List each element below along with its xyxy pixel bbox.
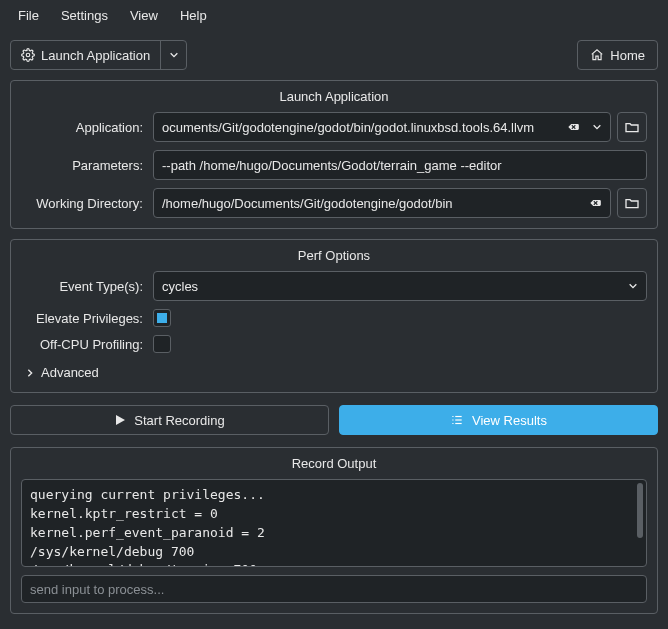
view-results-label: View Results — [472, 413, 547, 428]
elevate-checkbox[interactable] — [153, 309, 171, 327]
view-results-button[interactable]: View Results — [339, 405, 658, 435]
application-label: Application: — [21, 120, 145, 135]
parameters-row: Parameters: --path /home/hugo/Documents/… — [21, 150, 647, 180]
event-type-label: Event Type(s): — [21, 279, 145, 294]
chevron-down-icon — [628, 281, 638, 291]
browse-workdir-button[interactable] — [617, 188, 647, 218]
browse-application-button[interactable] — [617, 112, 647, 142]
clear-icon[interactable] — [566, 120, 580, 134]
output-content: querying current privileges... kernel.kp… — [30, 487, 265, 567]
start-recording-label: Start Recording — [134, 413, 224, 428]
clear-icon[interactable] — [588, 196, 602, 210]
record-output-group: Record Output querying current privilege… — [10, 447, 658, 614]
event-type-value: cycles — [162, 279, 622, 294]
start-recording-button[interactable]: Start Recording — [10, 405, 329, 435]
home-label: Home — [610, 48, 645, 63]
application-row: Application: ocuments/Git/godotengine/go… — [21, 112, 647, 142]
parameters-input[interactable]: --path /home/hugo/Documents/Godot/terrai… — [153, 150, 647, 180]
menu-view[interactable]: View — [120, 4, 168, 27]
stdin-input[interactable]: send input to process... — [21, 575, 647, 603]
svg-point-0 — [26, 53, 30, 57]
parameters-label: Parameters: — [21, 158, 145, 173]
menu-help[interactable]: Help — [170, 4, 217, 27]
offcpu-label: Off-CPU Profiling: — [21, 337, 145, 352]
list-icon — [450, 413, 464, 427]
menu-file[interactable]: File — [8, 4, 49, 27]
workdir-row: Working Directory: /home/hugo/Documents/… — [21, 188, 647, 218]
launch-application-split-button[interactable]: Launch Application — [10, 40, 187, 70]
advanced-label: Advanced — [41, 365, 99, 380]
chevron-down-icon — [592, 122, 602, 132]
event-type-combo[interactable]: cycles — [153, 271, 647, 301]
folder-icon — [624, 195, 640, 211]
launch-application-button[interactable]: Launch Application — [11, 41, 160, 69]
folder-icon — [624, 119, 640, 135]
workdir-value: /home/hugo/Documents/Git/godotengine/god… — [162, 196, 582, 211]
event-type-row: Event Type(s): cycles — [21, 271, 647, 301]
workdir-label: Working Directory: — [21, 196, 145, 211]
workdir-input[interactable]: /home/hugo/Documents/Git/godotengine/god… — [153, 188, 611, 218]
chevron-right-icon — [25, 368, 35, 378]
chevron-down-icon — [169, 50, 179, 60]
menu-settings[interactable]: Settings — [51, 4, 118, 27]
record-output-title: Record Output — [21, 456, 647, 471]
home-button[interactable]: Home — [577, 40, 658, 70]
home-icon — [590, 48, 604, 62]
offcpu-checkbox[interactable] — [153, 335, 171, 353]
perf-options-group: Perf Options Event Type(s): cycles Eleva… — [10, 239, 658, 393]
elevate-row: Elevate Privileges: — [21, 309, 647, 327]
advanced-toggle[interactable]: Advanced — [21, 363, 647, 382]
launch-group-title: Launch Application — [21, 89, 647, 104]
launch-application-dropdown[interactable] — [160, 41, 186, 69]
offcpu-row: Off-CPU Profiling: — [21, 335, 647, 353]
launch-application-label: Launch Application — [41, 48, 150, 63]
record-output-text[interactable]: querying current privileges... kernel.kp… — [21, 479, 647, 567]
application-combo[interactable]: ocuments/Git/godotengine/godot/bin/godot… — [153, 112, 611, 142]
action-row: Start Recording View Results — [10, 405, 658, 435]
application-value: ocuments/Git/godotengine/godot/bin/godot… — [162, 120, 566, 135]
parameters-value: --path /home/hugo/Documents/Godot/terrai… — [162, 158, 638, 173]
menubar: File Settings View Help — [0, 0, 668, 30]
toolbar: Launch Application Home — [0, 30, 668, 70]
stdin-placeholder: send input to process... — [30, 582, 164, 597]
elevate-label: Elevate Privileges: — [21, 311, 145, 326]
play-icon — [114, 414, 126, 426]
launch-application-group: Launch Application Application: ocuments… — [10, 80, 658, 229]
perf-group-title: Perf Options — [21, 248, 647, 263]
gear-icon — [21, 48, 35, 62]
output-scrollbar[interactable] — [637, 483, 643, 538]
